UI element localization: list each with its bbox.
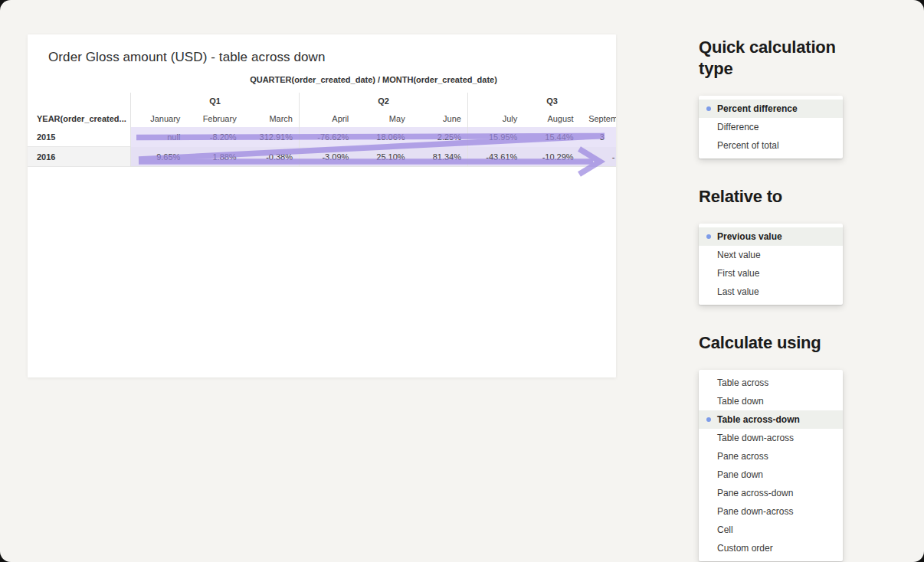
row-header-year: 2015 (28, 127, 130, 147)
option-difference[interactable]: Difference (699, 118, 843, 136)
table-cell: 2.25% (411, 127, 467, 147)
option-label: Pane across (717, 451, 768, 462)
option-label: Next value (717, 250, 761, 260)
table-cell: 312.91% (243, 127, 299, 147)
option-label: Pane down-across (717, 506, 793, 517)
table-cell: -8.20% (186, 127, 242, 147)
option-pane-across[interactable]: Pane across (699, 447, 843, 466)
month-header: April (299, 110, 355, 127)
section-heading-calculate-using: Calculate using (699, 332, 843, 354)
month-header: August (523, 110, 579, 127)
option-label: Previous value (717, 231, 782, 242)
option-next-value[interactable]: Next value (699, 246, 843, 264)
selected-dot-icon (706, 417, 711, 422)
table-preview-card: Order Gloss amount (USD) - table across … (28, 34, 616, 377)
selected-dot-icon (706, 106, 711, 111)
month-header: March (243, 110, 299, 127)
card-title: Order Gloss amount (USD) - table across … (48, 50, 616, 65)
table-cell: 25.10% (355, 147, 411, 167)
month-header: September (580, 110, 616, 127)
month-header: June (411, 110, 467, 127)
month-header: February (186, 110, 242, 127)
calculation-options-column: Quick calculation type Percent differenc… (699, 37, 843, 561)
relative-to-panel: Previous value Next value First value La… (699, 224, 843, 305)
option-label: Table down-across (717, 433, 794, 443)
app-canvas: Order Gloss amount (USD) - table across … (0, 0, 924, 562)
option-label: Percent of total (717, 140, 779, 151)
table-cell: 1.88% (186, 147, 242, 167)
option-label: Table down (717, 396, 764, 407)
quarter-header-row: Q1 Q2 Q3 (28, 93, 616, 110)
option-previous-value[interactable]: Previous value (699, 227, 843, 246)
table-cell: -3.09% (299, 147, 355, 167)
column-axis-label: QUARTER(order_created_date) / MONTH(orde… (130, 74, 616, 85)
option-pane-down[interactable]: Pane down (699, 466, 843, 484)
row-header-year: 2016 (28, 147, 130, 167)
crosstab-table: Q1 Q2 Q3 YEAR(order_created... January F… (28, 93, 616, 167)
table-cell: 15.95% (467, 127, 523, 147)
quarter-header-q1: Q1 (130, 93, 299, 110)
selected-dot-icon (706, 234, 711, 239)
table-cell: 3 (580, 127, 616, 147)
table-cell: -10.29% (523, 147, 579, 167)
option-label: First value (717, 268, 759, 279)
option-cell[interactable]: Cell (699, 521, 843, 539)
option-table-across-down[interactable]: Table across-down (699, 410, 843, 429)
table-row: 2015 null -8.20% 312.91% -76.62% 18.06% … (28, 127, 616, 147)
quarter-header-spacer (28, 93, 130, 110)
table-cell: 9.65% (130, 147, 186, 167)
calculation-direction-arrow (28, 34, 616, 377)
option-last-value[interactable]: Last value (699, 283, 843, 301)
month-header: July (467, 110, 523, 127)
table-cell: -76.62% (299, 127, 355, 147)
option-percent-difference[interactable]: Percent difference (699, 100, 843, 118)
quarter-header-q3: Q3 (467, 93, 616, 110)
section-heading-relative-to: Relative to (699, 186, 843, 207)
option-label: Pane down (717, 469, 763, 480)
option-table-down[interactable]: Table down (699, 392, 843, 410)
quick-calculation-type-panel: Percent difference Difference Percent of… (699, 96, 843, 158)
table-row: 2016 9.65% 1.88% -0.38% -3.09% 25.10% 81… (28, 147, 616, 167)
table-cell: -43.61% (467, 147, 523, 167)
option-label: Pane across-down (717, 488, 793, 498)
option-label: Table across (717, 377, 768, 388)
section-heading-quick-calculation-type: Quick calculation type (699, 37, 843, 80)
table-cell: null (130, 127, 186, 147)
table-cell: - (580, 147, 616, 167)
option-first-value[interactable]: First value (699, 264, 843, 283)
option-pane-down-across[interactable]: Pane down-across (699, 502, 843, 521)
table-cell: -0.38% (243, 147, 299, 167)
option-label: Last value (717, 286, 759, 297)
month-header: May (355, 110, 411, 127)
table-cell: 81.34% (411, 147, 467, 167)
option-label: Custom order (717, 543, 773, 554)
option-label: Difference (717, 122, 759, 132)
option-label: Percent difference (717, 103, 798, 114)
month-header: January (130, 110, 186, 127)
option-label: Table across-down (717, 414, 800, 425)
quarter-header-q2: Q2 (299, 93, 467, 110)
option-table-across[interactable]: Table across (699, 374, 843, 392)
calculate-using-panel: Table across Table down Table across-dow… (699, 370, 843, 561)
option-table-down-across[interactable]: Table down-across (699, 429, 843, 447)
option-custom-order[interactable]: Custom order (699, 539, 843, 557)
month-header-row: YEAR(order_created... January February M… (28, 110, 616, 127)
option-label: Cell (717, 524, 733, 535)
option-percent-of-total[interactable]: Percent of total (699, 136, 843, 155)
row-axis-label: YEAR(order_created... (28, 110, 130, 127)
table-cell: 15.44% (523, 127, 579, 147)
option-pane-across-down[interactable]: Pane across-down (699, 484, 843, 502)
table-cell: 18.06% (355, 127, 411, 147)
